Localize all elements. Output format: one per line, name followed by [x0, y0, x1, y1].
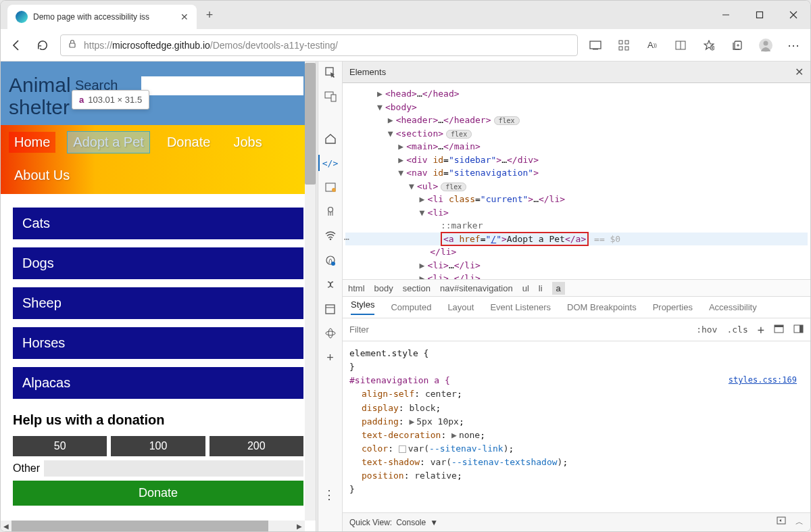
edge-icon [16, 11, 28, 23]
elements-icon[interactable]: </> [324, 156, 337, 170]
quickview-label: Quick View: [349, 518, 392, 527]
svg-point-30 [329, 239, 331, 241]
page-horizontal-scrollbar[interactable]: ◀▶ [1, 521, 305, 531]
list-item[interactable]: Dogs [13, 247, 303, 279]
dom-breadcrumb[interactable]: html body section nav#sitenavigation ul … [343, 279, 810, 297]
list-item[interactable]: Horses [13, 327, 303, 359]
more-tools-icon[interactable]: + [324, 351, 337, 364]
collections-icon[interactable] [729, 37, 745, 53]
apps-icon[interactable] [616, 37, 632, 53]
dombreakpoints-tab[interactable]: DOM Breakpoints [567, 302, 637, 312]
styles-filter-input[interactable] [343, 324, 689, 335]
devtools-activity-bar: </> + [318, 62, 343, 531]
lock-icon [68, 39, 77, 51]
minimize-button[interactable] [709, 1, 743, 29]
styles-tab[interactable]: Styles [351, 299, 374, 315]
svg-point-32 [331, 262, 335, 266]
browser-window: Demo page with accessibility iss ✕ + htt… [0, 0, 811, 532]
rendered-page: Animalshelter Search a103.01 × 31.5 Home… [1, 62, 316, 531]
donation-amount[interactable]: 200 [210, 436, 303, 456]
url-box[interactable]: https://microsoftedge.github.io/Demos/de… [60, 34, 578, 56]
page-vertical-scrollbar[interactable] [305, 62, 316, 521]
svg-rect-5 [590, 41, 601, 49]
devtools-main: Elements ✕ ▶<head>…</head> ▼<body> ▶<hea… [343, 62, 810, 531]
application-icon[interactable] [324, 302, 337, 316]
css-overview-icon[interactable] [324, 327, 337, 340]
close-button[interactable] [777, 1, 810, 29]
dom-tree[interactable]: ▶<head>…</head> ▼<body> ▶<header>…</head… [343, 83, 810, 279]
tab-close-icon[interactable]: ✕ [180, 11, 189, 22]
svg-rect-8 [625, 41, 629, 44]
list-item[interactable]: Cats [13, 208, 303, 239]
devtools-close-icon[interactable]: ✕ [795, 66, 804, 78]
performance-icon[interactable] [324, 253, 337, 267]
chevron-up-icon[interactable]: ︿ [795, 516, 804, 528]
quickview-value[interactable]: Console [396, 518, 426, 527]
svg-rect-4 [70, 43, 75, 47]
search-input[interactable] [141, 76, 303, 95]
network-icon[interactable] [324, 229, 337, 243]
nav-adopt[interactable]: Adopt a Pet [68, 132, 149, 153]
sources-icon[interactable] [324, 205, 337, 218]
donate-button[interactable]: Donate [13, 481, 303, 506]
addressbar: https://microsoftedge.github.io/Demos/de… [1, 29, 810, 62]
favorite-icon[interactable] [701, 37, 717, 53]
list-item[interactable]: Alpacas [13, 367, 303, 399]
svg-rect-10 [625, 47, 629, 50]
svg-point-20 [764, 41, 768, 45]
maximize-button[interactable] [743, 1, 777, 29]
source-link[interactable]: styles.css:169 [729, 374, 797, 387]
nav-home[interactable]: Home [9, 132, 55, 153]
devtools-more-icon[interactable]: ⋮ [323, 487, 335, 502]
styles-body[interactable]: element.style { } #sitenavigation a {sty… [343, 341, 810, 512]
donation-amount[interactable]: 50 [13, 436, 107, 456]
nav-about[interactable]: About Us [9, 165, 308, 186]
reader-icon[interactable] [672, 37, 689, 53]
inspect-icon[interactable] [324, 66, 337, 79]
styles-filter-row: :hov .cls + [343, 318, 810, 341]
quickview-toggle-icon[interactable] [777, 516, 786, 528]
menu-icon[interactable]: ⋯ [786, 37, 802, 53]
screenshot-icon[interactable] [587, 37, 604, 53]
chevron-down-icon[interactable]: ▼ [430, 518, 438, 527]
hov-toggle[interactable]: :hov [696, 324, 717, 335]
other-input[interactable] [44, 460, 303, 477]
svg-rect-33 [326, 305, 335, 314]
device-icon[interactable] [324, 90, 337, 103]
computed-toggle-icon[interactable] [774, 324, 784, 335]
profile-icon[interactable] [758, 37, 774, 53]
quickview-bar: Quick View: Console ▼ ︿ [343, 512, 810, 531]
cls-toggle[interactable]: .cls [727, 324, 747, 335]
svg-rect-9 [619, 47, 622, 50]
properties-tab[interactable]: Properties [653, 302, 693, 312]
svg-rect-7 [619, 41, 622, 44]
memory-icon[interactable] [324, 278, 337, 291]
svg-point-35 [328, 329, 333, 338]
device-styles-icon[interactable] [793, 324, 804, 335]
content-area: Animalshelter Search a103.01 × 31.5 Home… [1, 62, 810, 531]
computed-tab[interactable]: Computed [391, 302, 431, 312]
new-rule-button[interactable]: + [758, 323, 764, 337]
titlebar: Demo page with accessibility iss ✕ + [1, 1, 810, 29]
back-button[interactable] [9, 37, 25, 53]
svg-point-36 [326, 331, 335, 335]
list-item[interactable]: Sheep [13, 287, 303, 319]
refresh-button[interactable] [34, 37, 51, 53]
layout-tab[interactable]: Layout [447, 302, 474, 312]
donation-section: Help us with a donation 50 100 200 Other… [1, 406, 316, 519]
new-tab-button[interactable]: + [199, 5, 220, 25]
svg-rect-38 [775, 325, 783, 327]
browser-tab[interactable]: Demo page with accessibility iss ✕ [7, 5, 197, 29]
read-aloud-icon[interactable]: A)) [644, 37, 660, 53]
welcome-icon[interactable] [324, 132, 337, 145]
accessibility-tab[interactable]: Accessibility [709, 302, 757, 312]
console-icon[interactable] [324, 180, 337, 194]
elements-tab[interactable]: Elements [349, 67, 386, 77]
page-title: Animalshelter [9, 74, 71, 118]
svg-rect-6 [593, 49, 598, 50]
nav-jobs[interactable]: Jobs [228, 132, 267, 153]
other-label: Other [13, 462, 40, 475]
donation-amount[interactable]: 100 [111, 436, 205, 456]
nav-donate[interactable]: Donate [162, 132, 216, 153]
eventlisteners-tab[interactable]: Event Listeners [490, 302, 551, 312]
